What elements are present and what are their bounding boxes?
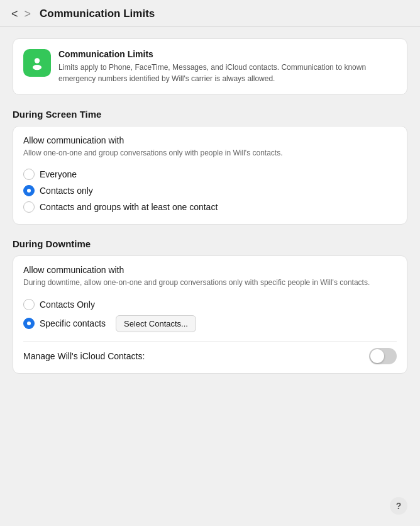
radio-contacts-only-label: Contacts only (40, 186, 93, 196)
radio-contacts-only-indicator (23, 185, 35, 196)
nav-buttons: < > (10, 8, 32, 20)
downtime-card-title: Allow communication with (23, 265, 397, 275)
back-button[interactable]: < (10, 8, 19, 20)
downtime-card: Allow communication with During downtime… (13, 255, 407, 373)
toggle-knob (370, 349, 384, 363)
radio-contacts-groups-label: Contacts and groups with at least one co… (40, 202, 218, 212)
radio-contacts-only[interactable]: Contacts only (23, 182, 397, 199)
radio-contacts-only-dt[interactable]: Contacts Only (23, 296, 397, 313)
manage-icloud-row: Manage Will's iCloud Contacts: (23, 341, 397, 364)
radio-contacts-only-dt-label: Contacts Only (40, 299, 95, 310)
screen-time-card-title: Allow communication with (23, 135, 397, 145)
radio-everyone-indicator (23, 169, 35, 180)
radio-specific-contacts-indicator (23, 318, 35, 329)
manage-icloud-label: Manage Will's iCloud Contacts: (23, 351, 145, 361)
info-card-title: Communication Limits (58, 49, 397, 59)
radio-everyone-label: Everyone (40, 169, 77, 179)
radio-contacts-groups-indicator (23, 201, 35, 213)
page-title: Communication Limits (40, 8, 155, 20)
radio-specific-contacts[interactable]: Specific contacts Select Contacts... (23, 313, 397, 335)
title-bar: < > Communication Limits (0, 0, 420, 27)
svg-point-0 (35, 58, 40, 63)
screen-time-header: During Screen Time (13, 109, 407, 120)
forward-button[interactable]: > (23, 8, 33, 20)
app-icon (23, 49, 51, 77)
radio-specific-contacts-label: Specific contacts (40, 318, 106, 328)
icloud-contacts-toggle[interactable] (369, 348, 397, 364)
info-card-desc: Limits apply to Phone, FaceTime, Message… (58, 62, 397, 84)
radio-everyone[interactable]: Everyone (23, 166, 397, 182)
svg-point-1 (33, 65, 41, 70)
info-card: Communication Limits Limits apply to Pho… (13, 38, 407, 95)
downtime-card-desc: During downtime, allow one-on-one and gr… (23, 277, 397, 288)
main-content: Communication Limits Limits apply to Pho… (0, 27, 420, 438)
radio-contacts-groups[interactable]: Contacts and groups with at least one co… (23, 199, 397, 215)
downtime-header: During Downtime (13, 238, 407, 249)
help-button[interactable]: ? (390, 497, 407, 515)
screen-time-card-desc: Allow one-on-one and group conversations… (23, 148, 397, 159)
select-contacts-button[interactable]: Select Contacts... (116, 315, 196, 332)
screen-time-card: Allow communication with Allow one-on-on… (13, 126, 407, 225)
radio-contacts-only-dt-indicator (23, 299, 35, 310)
info-text: Communication Limits Limits apply to Pho… (58, 49, 397, 84)
